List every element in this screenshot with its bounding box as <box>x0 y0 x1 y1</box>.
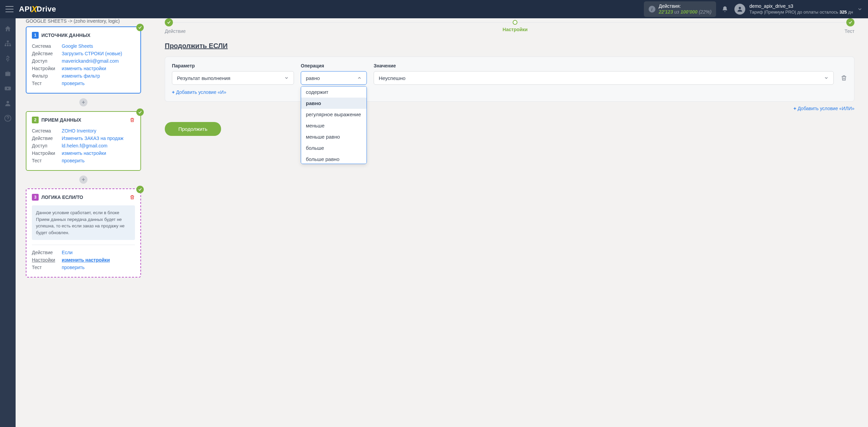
user-info: demo_apix_drive_s3 Тариф |Премиум PRO| д… <box>749 3 853 15</box>
logo-text-post: Drive <box>37 5 56 14</box>
user-menu[interactable]: demo_apix_drive_s3 Тариф |Премиум PRO| д… <box>734 3 853 15</box>
bell-icon[interactable] <box>722 6 728 13</box>
logo[interactable]: API X Drive <box>19 4 56 15</box>
menu-toggle-icon[interactable] <box>5 6 14 12</box>
avatar-icon <box>734 4 745 15</box>
actions-text: Действия: 22'123 из 100'000 (22%) <box>659 3 712 15</box>
actions-counter[interactable]: i Действия: 22'123 из 100'000 (22%) <box>644 1 716 17</box>
chevron-down-icon[interactable] <box>857 6 863 12</box>
username: demo_apix_drive_s3 <box>749 3 853 9</box>
app-header: API X Drive i Действия: 22'123 из 100'00… <box>0 0 868 18</box>
actions-label: Действия: <box>659 3 712 9</box>
svg-point-0 <box>739 7 741 9</box>
actions-total: 100'000 <box>680 9 697 15</box>
logo-text-pre: API <box>19 5 32 14</box>
info-icon: i <box>649 6 655 13</box>
actions-used: 22'123 <box>659 9 673 15</box>
